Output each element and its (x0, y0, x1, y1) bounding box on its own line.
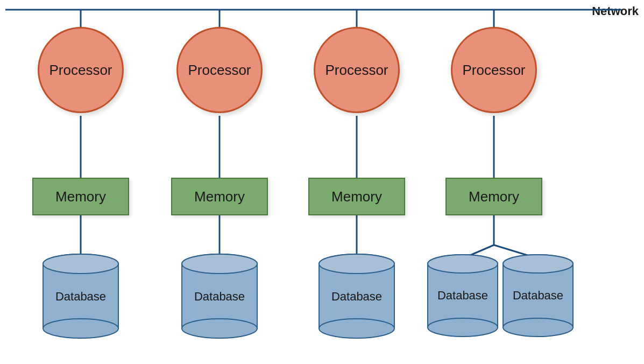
svg-rect-16 (43, 264, 118, 328)
svg-point-23 (319, 254, 394, 274)
svg-point-34 (503, 255, 573, 273)
svg-point-30 (428, 255, 498, 273)
svg-point-17 (43, 319, 118, 338)
col4-processor-group: Processor (451, 27, 537, 113)
svg-text:Database: Database (55, 290, 106, 303)
svg-point-22 (182, 254, 257, 274)
svg-point-29 (428, 318, 498, 337)
memory-4: Memory (445, 178, 542, 215)
svg-point-33 (503, 318, 573, 337)
col2-processor-group: Processor (176, 27, 263, 113)
svg-text:Database: Database (513, 289, 563, 302)
col3-processor-group: Processor (314, 27, 400, 113)
network-label: Network (592, 4, 639, 18)
processor-3: Processor (314, 27, 400, 113)
processor-4: Processor (451, 27, 537, 113)
svg-rect-20 (182, 264, 257, 328)
svg-point-19 (182, 254, 257, 274)
svg-rect-24 (319, 264, 394, 328)
svg-text:Database: Database (437, 289, 488, 302)
svg-point-21 (182, 319, 257, 338)
svg-point-18 (43, 254, 118, 274)
col4-memory-group: Memory (445, 178, 542, 215)
memory-2: Memory (171, 178, 268, 215)
svg-line-13 (463, 245, 494, 258)
svg-line-14 (494, 245, 538, 258)
memory-3: Memory (308, 178, 405, 215)
svg-rect-28 (428, 264, 498, 327)
col2-memory-group: Memory (171, 178, 268, 215)
svg-point-25 (319, 319, 394, 338)
svg-point-26 (319, 254, 394, 274)
col1-memory-group: Memory (32, 178, 129, 215)
diagram: Network (0, 0, 644, 364)
processor-2: Processor (176, 27, 263, 113)
col3-memory-group: Memory (308, 178, 405, 215)
svg-point-15 (43, 254, 118, 274)
processor-1: Processor (38, 27, 124, 113)
svg-text:Database: Database (331, 290, 382, 303)
svg-point-31 (503, 255, 573, 273)
svg-text:Database: Database (194, 290, 245, 303)
svg-point-27 (428, 255, 498, 273)
memory-1: Memory (32, 178, 129, 215)
svg-rect-32 (503, 264, 573, 327)
col1-processor-group: Processor (38, 27, 124, 113)
